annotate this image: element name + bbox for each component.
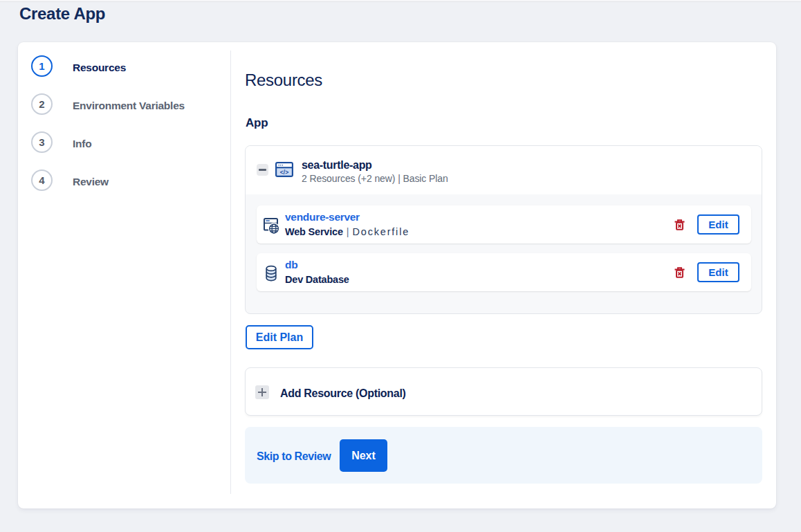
svg-text:</>: </> (280, 169, 288, 176)
